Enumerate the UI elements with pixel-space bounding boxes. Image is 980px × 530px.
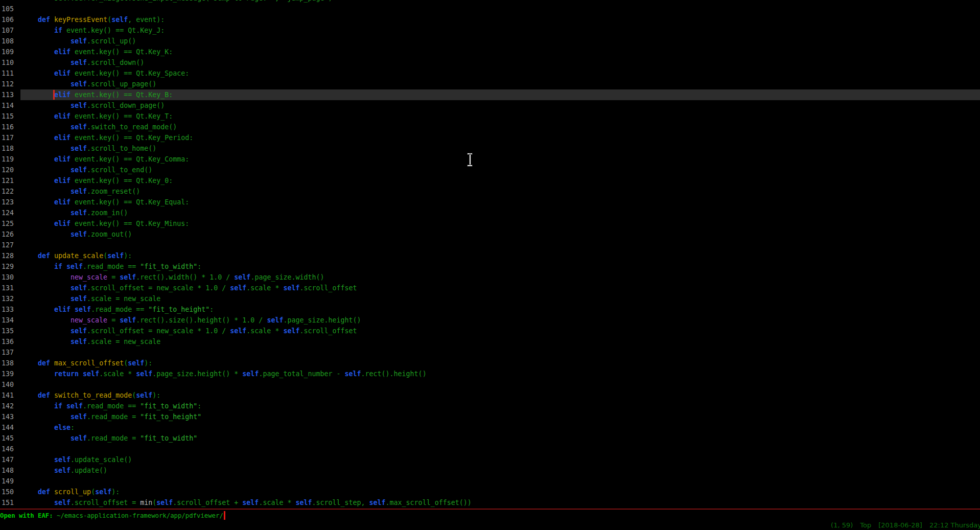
code-text[interactable]: elif self.read_mode == "fit_to_height":	[20, 304, 980, 315]
code-line[interactable]: 131 self.scroll_offset = new_scale * 1.0…	[0, 283, 980, 293]
code-line[interactable]: 135 self.scroll_offset = new_scale * 1.0…	[0, 326, 980, 336]
code-line[interactable]: 146	[0, 444, 980, 454]
code-line[interactable]: 108 self.scroll_up()	[0, 36, 980, 47]
code-line[interactable]: 148 self.update()	[0, 465, 980, 476]
code-line[interactable]: 137	[0, 347, 980, 358]
code-text[interactable]: self.update_scale()	[20, 454, 980, 465]
code-text[interactable]	[20, 476, 980, 487]
line-number: 121	[0, 175, 20, 186]
code-text[interactable]: self.read_mode = "fit_to_height"	[20, 411, 980, 422]
code-line[interactable]: 115 elif event.key() == Qt.Key_T:	[0, 111, 980, 122]
code-text[interactable]: elif event.key() == Qt.Key_Space:	[20, 68, 980, 79]
code-line[interactable]: 119 elif event.key() == Qt.Key_Comma:	[0, 154, 980, 165]
code-line[interactable]: 129 if self.read_mode == "fit_to_width":	[0, 261, 980, 272]
code-line[interactable]: 125 elif event.key() == Qt.Key_Minus:	[0, 218, 980, 229]
code-line[interactable]: 140	[0, 379, 980, 390]
code-line[interactable]: 130 new_scale = self.rect().width() * 1.…	[0, 272, 980, 283]
code-line[interactable]: 134 new_scale = self.rect().size().heigh…	[0, 315, 980, 326]
code-line[interactable]: 114 self.scroll_down_page()	[0, 100, 980, 111]
code-line[interactable]: 121 elif event.key() == Qt.Key_0:	[0, 175, 980, 186]
code-text[interactable]: elif event.key() == Qt.Key_T:	[20, 111, 980, 122]
code-line[interactable]: 116 self.switch_to_read_mode()	[0, 122, 980, 132]
code-line[interactable]: 149	[0, 476, 980, 487]
code-text[interactable]: self.scroll_to_home()	[20, 143, 980, 154]
code-text[interactable]: self.zoom_in()	[20, 208, 980, 218]
code-text[interactable]: return self.scale * self.page_size.heigh…	[20, 368, 980, 379]
code-text[interactable]: elif event.key() == Qt.Key_Minus:	[20, 218, 980, 229]
code-buffer[interactable]: self.buffer_widget.send_input_message("J…	[0, 0, 980, 508]
code-line[interactable]: 138 def max_scroll_offset(self):	[0, 358, 980, 368]
code-text[interactable]: self.switch_to_read_mode()	[20, 122, 980, 132]
code-text[interactable]: new_scale = self.rect().size().height() …	[20, 315, 980, 326]
code-text[interactable]: def update_scale(self):	[20, 250, 980, 261]
code-text[interactable]: self.zoom_reset()	[20, 186, 980, 197]
code-line[interactable]: 113 elif event.key() == Qt.Key_B:	[0, 89, 980, 100]
code-text[interactable]: elif event.key() == Qt.Key_B:	[20, 89, 980, 100]
code-text[interactable]: if self.read_mode == "fit_to_width":	[20, 261, 980, 272]
code-text[interactable]: else:	[20, 422, 980, 433]
code-text[interactable]: self.scroll_offset = new_scale * 1.0 / s…	[20, 326, 980, 336]
code-text[interactable]	[20, 347, 980, 358]
code-text[interactable]: self.update()	[20, 465, 980, 476]
code-text[interactable]: elif event.key() == Qt.Key_Equal:	[20, 197, 980, 208]
code-text[interactable]: new_scale = self.rect().width() * 1.0 / …	[20, 272, 980, 283]
code-text[interactable]: self.scroll_up()	[20, 36, 980, 47]
code-line[interactable]: 107 if event.key() == Qt.Key_J:	[0, 25, 980, 36]
code-line[interactable]: 151 self.scroll_offset = min(self.scroll…	[0, 497, 980, 508]
code-text[interactable]: self.buffer_widget.send_input_message("J…	[20, 0, 980, 4]
code-text[interactable]	[20, 240, 980, 250]
code-line[interactable]: 145 self.read_mode = "fit_to_width"	[0, 433, 980, 444]
code-text[interactable]: self.scroll_up_page()	[20, 79, 980, 89]
code-text[interactable]: def max_scroll_offset(self):	[20, 358, 980, 368]
code-line[interactable]: 122 self.zoom_reset()	[0, 186, 980, 197]
code-text[interactable]: elif event.key() == Qt.Key_Comma:	[20, 154, 980, 165]
code-line[interactable]: 128 def update_scale(self):	[0, 250, 980, 261]
code-text[interactable]: if event.key() == Qt.Key_J:	[20, 25, 980, 36]
code-line[interactable]: 144 else:	[0, 422, 980, 433]
code-line[interactable]: 112 self.scroll_up_page()	[0, 79, 980, 89]
minibuffer-input[interactable]: ~/emacs-application-framework/app/pdfvie…	[57, 512, 223, 519]
code-line[interactable]: 124 self.zoom_in()	[0, 208, 980, 218]
code-line[interactable]: 143 self.read_mode = "fit_to_height"	[0, 411, 980, 422]
code-line[interactable]: 141 def switch_to_read_mode(self):	[0, 390, 980, 401]
code-line[interactable]: 127	[0, 240, 980, 250]
code-text[interactable]	[20, 379, 980, 390]
code-text[interactable]: self.scroll_offset = new_scale * 1.0 / s…	[20, 283, 980, 293]
code-text[interactable]: self.scroll_to_end()	[20, 165, 980, 175]
code-line[interactable]: 109 elif event.key() == Qt.Key_K:	[0, 47, 980, 57]
code-line[interactable]: 147 self.update_scale()	[0, 454, 980, 465]
code-text[interactable]: self.scroll_down()	[20, 57, 980, 68]
code-text[interactable]: self.zoom_out()	[20, 229, 980, 240]
code-text[interactable]: self.scale = new_scale	[20, 336, 980, 347]
code-line[interactable]: 142 if self.read_mode == "fit_to_width":	[0, 401, 980, 411]
code-line[interactable]: 105	[0, 4, 980, 14]
code-text[interactable]: def keyPressEvent(self, event):	[20, 14, 980, 25]
code-text[interactable]	[20, 444, 980, 454]
code-text[interactable]: elif event.key() == Qt.Key_Period:	[20, 132, 980, 143]
code-text[interactable]: def scroll_up(self):	[20, 487, 980, 497]
code-line[interactable]: self.buffer_widget.send_input_message("J…	[0, 0, 980, 4]
code-line[interactable]: 117 elif event.key() == Qt.Key_Period:	[0, 132, 980, 143]
code-line[interactable]: 133 elif self.read_mode == "fit_to_heigh…	[0, 304, 980, 315]
code-text[interactable]: def switch_to_read_mode(self):	[20, 390, 980, 401]
code-line[interactable]: 110 self.scroll_down()	[0, 57, 980, 68]
code-line[interactable]: 126 self.zoom_out()	[0, 229, 980, 240]
code-text[interactable]: self.read_mode = "fit_to_width"	[20, 433, 980, 444]
code-line[interactable]: 120 self.scroll_to_end()	[0, 165, 980, 175]
code-line[interactable]: 106 def keyPressEvent(self, event):	[0, 14, 980, 25]
code-line[interactable]: 123 elif event.key() == Qt.Key_Equal:	[0, 197, 980, 208]
code-text[interactable]: self.scroll_down_page()	[20, 100, 980, 111]
code-text[interactable]: if self.read_mode == "fit_to_width":	[20, 401, 980, 411]
code-text[interactable]: self.scale = new_scale	[20, 293, 980, 304]
code-line[interactable]: 136 self.scale = new_scale	[0, 336, 980, 347]
minibuffer[interactable]: Open with EAF: ~/emacs-application-frame…	[0, 510, 225, 521]
code-text[interactable]	[20, 4, 980, 14]
code-line[interactable]: 118 self.scroll_to_home()	[0, 143, 980, 154]
code-line[interactable]: 139 return self.scale * self.page_size.h…	[0, 368, 980, 379]
code-text[interactable]: elif event.key() == Qt.Key_K:	[20, 47, 980, 57]
code-line[interactable]: 150 def scroll_up(self):	[0, 487, 980, 497]
code-text[interactable]: elif event.key() == Qt.Key_0:	[20, 175, 980, 186]
code-text[interactable]: self.scroll_offset = min(self.scroll_off…	[20, 497, 980, 508]
code-line[interactable]: 111 elif event.key() == Qt.Key_Space:	[0, 68, 980, 79]
code-line[interactable]: 132 self.scale = new_scale	[0, 293, 980, 304]
